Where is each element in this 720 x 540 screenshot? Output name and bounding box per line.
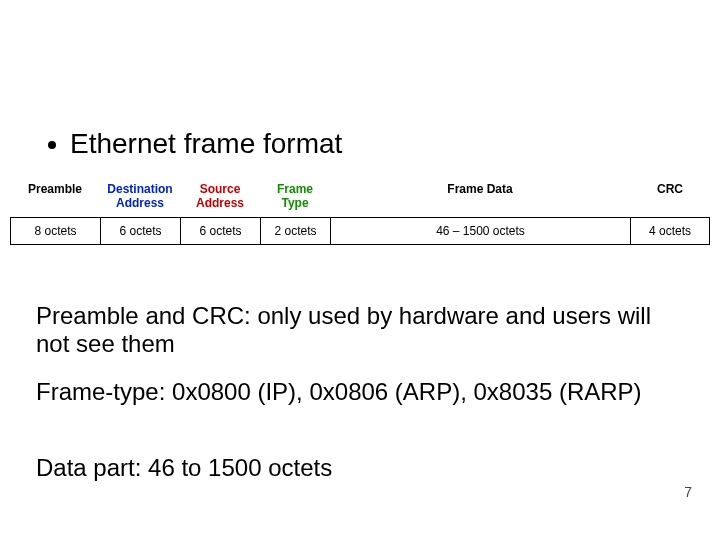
val-frame-data: 46 – 1500 octets bbox=[330, 217, 630, 245]
hdr-preamble: Preamble bbox=[10, 178, 100, 217]
note-preamble-crc: Preamble and CRC: only used by hardware … bbox=[36, 302, 660, 357]
bullet-dot-icon bbox=[48, 141, 56, 149]
val-crc: 4 octets bbox=[630, 217, 710, 245]
val-preamble: 8 octets bbox=[10, 217, 100, 245]
frame-value-row: 8 octets 6 octets 6 octets 2 octets 46 –… bbox=[10, 217, 710, 245]
val-frame-type: 2 octets bbox=[260, 217, 330, 245]
page-number: 7 bbox=[684, 484, 692, 500]
hdr-dest-address: DestinationAddress bbox=[100, 178, 180, 217]
frame-header-row: Preamble DestinationAddress SourceAddres… bbox=[10, 178, 710, 217]
val-src-address: 6 octets bbox=[180, 217, 260, 245]
slide: Ethernet frame format Preamble Destinati… bbox=[0, 0, 720, 540]
hdr-frame-type: FrameType bbox=[260, 178, 330, 217]
bullet-text: Ethernet frame format bbox=[70, 128, 342, 160]
ethernet-frame-figure: Preamble DestinationAddress SourceAddres… bbox=[10, 178, 710, 245]
hdr-crc: CRC bbox=[630, 178, 710, 217]
bullet-row: Ethernet frame format bbox=[48, 128, 342, 160]
hdr-src-address: SourceAddress bbox=[180, 178, 260, 217]
hdr-frame-data: Frame Data bbox=[330, 178, 630, 217]
val-dest-address: 6 octets bbox=[100, 217, 180, 245]
note-data-part: Data part: 46 to 1500 octets bbox=[36, 454, 660, 482]
note-frame-type: Frame-type: 0x0800 (IP), 0x0806 (ARP), 0… bbox=[36, 378, 660, 406]
